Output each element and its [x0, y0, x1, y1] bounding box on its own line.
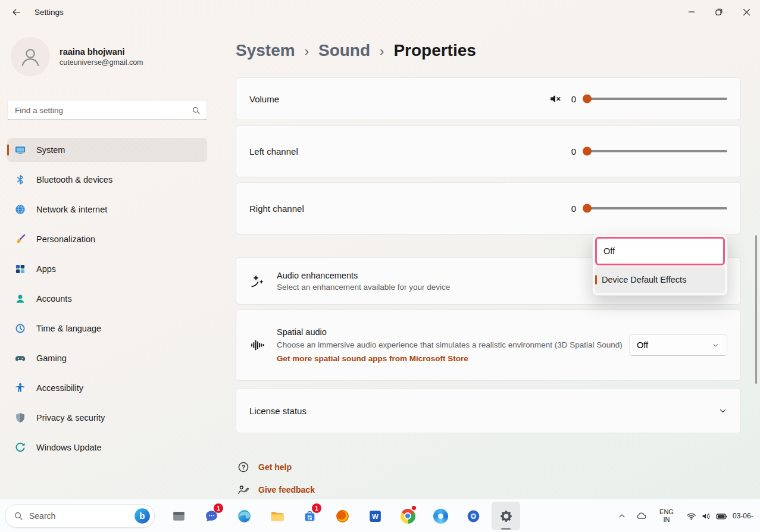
sidebar-item-label: System: [36, 145, 65, 155]
give-feedback-link[interactable]: Give feedback: [237, 483, 741, 496]
sidebar-item-system[interactable]: System: [7, 138, 207, 162]
feedback-icon: [237, 483, 250, 496]
slider-thumb[interactable]: [583, 95, 592, 104]
mute-button[interactable]: [549, 92, 562, 105]
edge-icon[interactable]: [230, 502, 258, 530]
left-channel-value: 0: [571, 146, 576, 157]
sidebar-item-apps[interactable]: Apps: [7, 257, 207, 281]
sidebar-item-network-internet[interactable]: Network & internet: [7, 198, 207, 221]
window-app-icon[interactable]: [164, 502, 193, 530]
sidebar-item-label: Gaming: [36, 353, 67, 363]
maximize-button[interactable]: [705, 0, 733, 24]
sidebar-item-accounts[interactable]: Accounts: [7, 287, 207, 311]
sidebar-item-label: Accounts: [36, 294, 72, 303]
breadcrumb-sound[interactable]: Sound: [318, 41, 370, 60]
close-icon: [743, 8, 750, 16]
minimize-icon: [688, 8, 695, 15]
spatial-audio-dropdown[interactable]: Off: [629, 334, 727, 356]
shield-icon: [14, 412, 26, 424]
clock-date[interactable]: 03-06-: [733, 512, 760, 520]
word-icon[interactable]: W: [361, 502, 389, 530]
vertical-scrollbar[interactable]: [755, 235, 757, 384]
sidebar-item-privacy-security[interactable]: Privacy & security: [7, 406, 207, 430]
spatial-audio-title: Spatial audio: [277, 327, 623, 337]
search-icon: [14, 511, 23, 521]
accessibility-icon: [14, 382, 26, 394]
store-icon[interactable]: 1: [295, 502, 324, 530]
enhancement-dropdown-menu: Off Device Default Effects: [592, 234, 728, 296]
sidebar-item-time-language[interactable]: Time & language: [7, 317, 207, 340]
sidebar-nav: System Bluetooth & devices Network & int…: [7, 138, 207, 459]
sidebar-item-label: Network & internet: [36, 205, 107, 214]
sidebar-item-windows-update[interactable]: Windows Update: [7, 436, 207, 459]
search-placeholder: Find a setting: [15, 106, 192, 115]
taskbar-apps: 1 1 W: [164, 502, 520, 530]
help-icon: ?: [237, 461, 250, 474]
right-channel-slider[interactable]: [586, 207, 727, 209]
chat-badge: 1: [214, 503, 223, 513]
volume-card: Volume 0: [236, 77, 741, 120]
slider-thumb[interactable]: [583, 204, 592, 213]
firefox-icon[interactable]: [328, 502, 356, 530]
volume-label: Volume: [249, 94, 279, 104]
audio-enhancements-subtitle: Select an enhancement available for your…: [277, 283, 450, 292]
battery-icon: [715, 510, 728, 522]
sidebar-item-accessibility[interactable]: Accessibility: [7, 376, 207, 400]
right-channel-value: 0: [571, 204, 576, 214]
system-tray: ENG IN 03-06-: [613, 499, 760, 532]
left-channel-slider[interactable]: [586, 150, 727, 152]
network-volume-battery[interactable]: [681, 510, 733, 522]
left-channel-card: Left channel 0: [236, 125, 741, 177]
dropdown-option-device-default-effects[interactable]: Device Default Effects: [595, 267, 725, 293]
svg-text:b: b: [139, 511, 145, 521]
close-button[interactable]: [733, 0, 760, 24]
titlebar: Settings: [0, 0, 760, 24]
muted-speaker-icon: [549, 92, 562, 105]
breadcrumb-separator: ›: [380, 42, 384, 60]
user-profile[interactable]: raaina bhojwani cuteuniverse@gmail.com: [7, 33, 207, 80]
file-explorer-icon[interactable]: [262, 502, 291, 530]
get-help-link[interactable]: ? Get help: [237, 461, 741, 474]
minimize-button[interactable]: [678, 0, 705, 24]
license-status-label: License status: [249, 406, 306, 416]
personalization-icon: [14, 233, 26, 245]
breadcrumb-system[interactable]: System: [236, 41, 295, 60]
gear-app-icon[interactable]: [459, 502, 487, 530]
chat-icon[interactable]: 1: [197, 502, 226, 530]
license-status-card[interactable]: License status: [236, 388, 741, 433]
wifi-icon: [686, 511, 697, 522]
time-language-icon: [14, 323, 26, 334]
slider-thumb[interactable]: [583, 147, 592, 156]
back-button[interactable]: [6, 3, 26, 21]
window-controls: [678, 0, 760, 24]
onedrive-icon[interactable]: [631, 504, 652, 528]
hidden-icons-chevron[interactable]: [613, 504, 631, 528]
chevron-down-icon: [712, 342, 720, 349]
sidebar-item-label: Accessibility: [36, 383, 83, 393]
language-indicator[interactable]: ENG IN: [652, 508, 681, 524]
sidebar-item-bluetooth-devices[interactable]: Bluetooth & devices: [7, 168, 207, 192]
network-icon: [14, 204, 26, 215]
restore-icon: [715, 8, 723, 15]
svg-text:W: W: [372, 513, 379, 520]
apps-icon: [14, 263, 26, 275]
settings-icon[interactable]: [492, 502, 520, 530]
speaker-icon: [700, 511, 712, 522]
spatial-sound-store-link[interactable]: Get more spatial sound apps from Microso…: [277, 354, 623, 363]
selected-option-indicator: [595, 275, 597, 284]
spatial-audio-icon: [249, 337, 266, 353]
taskbar-search[interactable]: Search b: [5, 504, 155, 528]
sidebar-item-label: Windows Update: [36, 443, 102, 452]
volume-slider[interactable]: [586, 98, 727, 100]
avatar: [11, 37, 50, 76]
photos-app-icon[interactable]: [426, 502, 455, 530]
chevron-down-icon[interactable]: [718, 406, 727, 415]
settings-window: Settings raa: [0, 0, 760, 532]
spatial-audio-description: Choose an immersive audio experience tha…: [277, 339, 623, 351]
dropdown-option-off[interactable]: Off: [595, 237, 725, 265]
find-setting-search[interactable]: Find a setting: [7, 100, 207, 120]
bing-icon: b: [134, 508, 151, 524]
sidebar-item-gaming[interactable]: Gaming: [7, 346, 207, 370]
sidebar-item-personalization[interactable]: Personalization: [7, 227, 207, 251]
chrome-icon[interactable]: [393, 502, 422, 530]
